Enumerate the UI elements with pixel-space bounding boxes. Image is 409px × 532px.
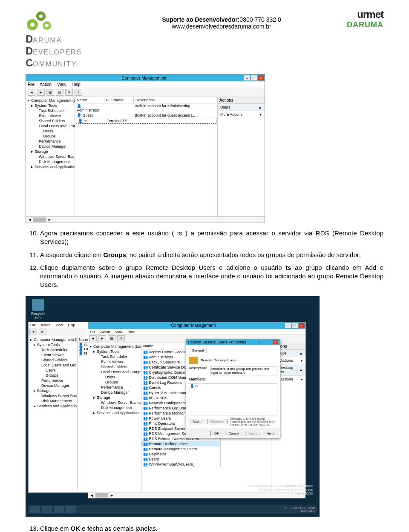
tree-item[interactable]: Device Manager (89, 390, 140, 395)
description-field[interactable]: Members in this group are granted the ri… (210, 366, 277, 375)
tree-item[interactable]: Local Users and Groups (89, 369, 140, 375)
tree-item[interactable]: Shared Folders (29, 358, 76, 363)
help-icon[interactable]: ? (258, 340, 260, 344)
tree-item[interactable]: Device Manager (29, 383, 76, 388)
menu-view[interactable]: View (57, 82, 66, 87)
member-ts[interactable]: ts (195, 384, 198, 388)
actions-more[interactable]: More Actions▸ (218, 111, 265, 118)
taskbar-button[interactable] (66, 506, 76, 513)
help-button[interactable]: Help (263, 431, 277, 436)
forward-icon[interactable]: ► (98, 335, 106, 342)
group-item[interactable]: 👥 Remote Management Users (141, 446, 220, 452)
tree-item[interactable]: Groups (89, 380, 140, 385)
group-item[interactable]: 👥 WinRMRemoteWMIUsers_ (141, 462, 220, 467)
back-icon[interactable]: ◄ (28, 89, 35, 96)
apply-button[interactable]: Apply (245, 431, 261, 436)
tree-item[interactable]: Groups (27, 134, 74, 139)
tree-item[interactable]: Performance (89, 385, 140, 390)
tree-item[interactable]: ▸Services and Applications (89, 410, 140, 415)
col-name[interactable]: Name (75, 97, 104, 103)
user-row[interactable]: 👤 Administrator Built-in account for adm… (75, 103, 217, 113)
minimize-button[interactable]: – (244, 75, 250, 80)
close-button[interactable]: × (258, 75, 264, 80)
menu-help[interactable]: Help (68, 323, 75, 327)
close-icon[interactable]: × (273, 340, 278, 344)
tree-item[interactable]: ▸Storage (89, 395, 140, 400)
user-row[interactable]: 👤 Guest Built-in account for guest acces… (75, 113, 217, 118)
taskbar-button[interactable] (54, 506, 64, 513)
taskbar-button[interactable] (30, 506, 40, 513)
menu-file[interactable]: File (28, 82, 35, 87)
menu-help[interactable]: Help (128, 330, 135, 334)
tree-item[interactable]: Device Manager (27, 144, 74, 149)
tree-item[interactable]: Windows Server Backup (27, 154, 74, 159)
tree-item[interactable]: Event Viewer (89, 359, 140, 364)
add-button[interactable]: Add... (189, 419, 205, 424)
menu-action[interactable]: Action (101, 330, 110, 334)
tree-item[interactable]: Windows Server Backup (89, 400, 140, 405)
tree-item[interactable]: Task Scheduler (29, 347, 76, 352)
cancel-button[interactable]: Cancel (225, 431, 243, 436)
tree-item[interactable]: ▸Computer Management (Local (89, 344, 140, 349)
menu-view[interactable]: View (115, 330, 122, 334)
forward-icon[interactable]: ► (39, 329, 46, 335)
tree-item[interactable]: Task Scheduler (27, 108, 74, 113)
maximize-button[interactable]: □ (292, 323, 298, 328)
tree-item[interactable]: Task Scheduler (89, 354, 140, 359)
col-description[interactable]: Description (134, 97, 217, 103)
forward-icon[interactable]: ► (37, 89, 45, 96)
tree-item[interactable]: ▸Computer Management (Local (27, 98, 74, 103)
tree-item[interactable]: Shared Folders (27, 118, 74, 123)
tree-pane[interactable]: ▸Computer Management (Local▸System Tools… (26, 97, 75, 216)
tree-item[interactable]: Disk Management (89, 405, 140, 410)
group-item[interactable]: 👥 Replicator (141, 452, 220, 457)
tree-item[interactable]: ▸Storage (27, 149, 74, 154)
col-fullname[interactable]: Full Name (104, 97, 134, 103)
refresh-icon[interactable]: ⟳ (65, 89, 73, 96)
menu-action[interactable]: Action (40, 82, 52, 87)
tree-item[interactable]: Local Users and Groups (27, 123, 74, 129)
tree-pane-front[interactable]: ▸Computer Management (Local▸System Tools… (88, 343, 141, 492)
minimize-button[interactable]: – (285, 323, 291, 328)
tree-item[interactable]: Users (29, 368, 76, 373)
scrollbar[interactable]: ◄► (26, 216, 265, 223)
taskbar-button[interactable] (42, 506, 52, 513)
tool-icon[interactable]: ▦ (46, 89, 54, 96)
user-row-selected[interactable]: 👤 ts Terminal TS (76, 118, 216, 124)
recycle-bin-icon[interactable]: Recycle Bin (28, 299, 48, 320)
tree-item[interactable]: Users (27, 129, 74, 134)
users-list-pane[interactable]: Name Full Name Description 👤 Administrat… (75, 97, 218, 216)
menu-file[interactable]: File (30, 323, 36, 327)
tb-lang[interactable]: POR PTB2 (291, 506, 305, 509)
tree-item[interactable]: Event Viewer (27, 113, 74, 118)
tree-item[interactable]: Windows Server Backup (29, 393, 76, 398)
menu-action[interactable]: Action (41, 323, 50, 327)
tree-item[interactable]: Performance (27, 139, 74, 144)
tree-item[interactable]: ▸Services and Applications (27, 164, 74, 169)
maximize-button[interactable]: □ (251, 75, 257, 80)
remove-button[interactable]: Remove (207, 419, 228, 424)
refresh-icon[interactable]: ⟳ (117, 335, 125, 342)
tree-item[interactable]: Local Users and Groups (29, 363, 76, 368)
tree-item[interactable]: Users (89, 375, 140, 380)
tree-item[interactable]: Performance (29, 378, 76, 383)
tree-item[interactable]: ▸System Tools (89, 349, 140, 354)
tab-general[interactable]: General (189, 348, 207, 353)
tree-item[interactable]: Groups (29, 373, 76, 378)
tree-item[interactable]: Disk Management (29, 398, 76, 403)
menu-file[interactable]: File (90, 330, 95, 334)
back-icon[interactable]: ◄ (29, 329, 37, 335)
menu-help[interactable]: Help (72, 82, 81, 87)
tree-item[interactable]: Disk Management (27, 159, 74, 164)
members-listbox[interactable]: 👤 ts (189, 383, 277, 415)
tree-item[interactable]: ▸Storage (29, 388, 76, 393)
tree-item[interactable]: ▸System Tools (29, 342, 76, 347)
ok-button[interactable]: OK (210, 431, 223, 436)
help-icon[interactable]: ? (75, 89, 82, 96)
group-item[interactable]: 👥 Users (141, 457, 220, 462)
tool-icon-2[interactable]: ▤ (56, 89, 63, 96)
tree-item[interactable]: Shared Folders (89, 364, 140, 369)
tool-icon[interactable]: ▦ (108, 335, 115, 342)
actions-users[interactable]: Users▲ (218, 104, 265, 111)
tree-item[interactable]: ▸Computer Management (Local (29, 337, 76, 342)
